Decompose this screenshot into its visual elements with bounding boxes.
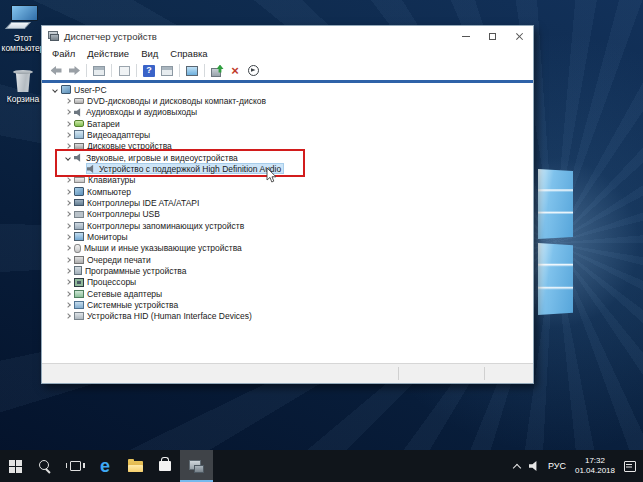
taskbar-file-explorer-button[interactable] (120, 450, 150, 482)
tree-item-label: Контроллеры USB (87, 209, 160, 219)
action-center-icon[interactable] (624, 461, 636, 472)
close-button[interactable] (506, 26, 533, 46)
tree-item[interactable]: Контроллеры запоминающих устройств (42, 220, 533, 231)
tree-item[interactable]: Процессоры (42, 277, 533, 288)
tree-item[interactable]: Компьютер (42, 186, 533, 197)
taskbar-task-view-button[interactable] (60, 450, 90, 482)
taskbar-device-manager-button[interactable] (180, 450, 213, 482)
chevron-right-icon[interactable] (63, 314, 73, 318)
tree-item[interactable]: User-PC (42, 84, 533, 95)
menu-item[interactable]: Файл (46, 48, 81, 59)
chevron-right-icon[interactable] (63, 190, 73, 194)
console-icon (93, 66, 105, 76)
taskbar-search-button[interactable] (30, 450, 60, 482)
tree-item[interactable]: Дисковые устройства (42, 141, 533, 152)
back-button[interactable] (48, 63, 64, 79)
tree-item[interactable]: Устройство с поддержкой High Definition … (42, 163, 533, 174)
tree-item-core: Процессоры (73, 277, 139, 288)
mouse-icon (74, 244, 81, 253)
store-icon (159, 461, 171, 471)
chevron-right-icon[interactable] (63, 292, 73, 296)
chevron-right-icon[interactable] (63, 212, 73, 216)
tree-item[interactable]: Системные устройства (42, 299, 533, 310)
network-adapter-icon (74, 290, 84, 298)
chevron-right-icon[interactable] (63, 99, 73, 103)
taskbar-edge-button[interactable]: e (90, 450, 120, 482)
chevron-right-icon[interactable] (63, 178, 73, 182)
help-button[interactable]: ? (141, 63, 157, 79)
console-button[interactable] (91, 63, 107, 79)
menu-item[interactable]: Справка (164, 48, 213, 59)
tree-item[interactable]: Мониторы (42, 231, 533, 242)
desktop-icon-recycle-bin[interactable]: Корзина (0, 69, 46, 105)
tree-item[interactable]: DVD-дисководы и дисководы компакт-дисков (42, 95, 533, 106)
chevron-right-icon[interactable] (63, 280, 73, 284)
toolbar-separator (111, 64, 112, 77)
disk-drive-icon (74, 143, 84, 150)
properties-button[interactable] (159, 63, 175, 79)
tree-item[interactable]: Очереди печати (42, 254, 533, 265)
chevron-right-icon[interactable] (63, 258, 73, 262)
computer-view-button[interactable] (184, 63, 200, 79)
tree-item[interactable]: Мыши и иные указывающие устройства (42, 243, 533, 254)
tray-expand-icon[interactable] (513, 463, 521, 471)
menu-item[interactable]: Действие (81, 48, 135, 59)
tree-item-core: Мониторы (73, 231, 131, 242)
chevron-down-icon[interactable] (63, 156, 73, 160)
language-indicator[interactable]: РУС (548, 461, 566, 471)
menu-item[interactable]: Вид (135, 48, 164, 59)
toolbar-separator (204, 64, 205, 77)
tree-item[interactable]: Аудиовходы и аудиовыходы (42, 107, 533, 118)
title-bar[interactable]: Диспетчер устройств (42, 26, 533, 46)
taskbar-buttons: e (0, 450, 213, 482)
chevron-right-icon[interactable] (63, 269, 73, 273)
tree-item-label: Устройства HID (Human Interface Devices) (87, 311, 252, 321)
tree-item[interactable]: Программные устройства (42, 265, 533, 276)
chevron-right-icon[interactable] (63, 122, 73, 126)
tree-item-label: Батареи (87, 119, 120, 129)
export-list-button[interactable] (116, 63, 132, 79)
uninstall-device-button[interactable]: × (227, 63, 243, 79)
tree-item[interactable]: Контроллеры USB (42, 209, 533, 220)
tree-item[interactable]: Звуковые, игровые и видеоустройства (42, 152, 533, 163)
device-manager-icon (189, 460, 204, 473)
taskbar-store-button[interactable] (150, 450, 180, 482)
tree-item[interactable]: Видеоадаптеры (42, 129, 533, 140)
tree-item[interactable]: Батареи (42, 118, 533, 129)
chevron-right-icon[interactable] (63, 303, 73, 307)
device-tree: User-PCDVD-дисководы и дисководы компакт… (42, 84, 533, 322)
chevron-right-icon[interactable] (63, 144, 73, 148)
tree-item-core: Контроллеры USB (73, 209, 163, 220)
chevron-right-icon[interactable] (63, 246, 73, 250)
monitor-icon (74, 232, 84, 241)
recycle-bin-icon (13, 69, 33, 93)
taskbar-start-button[interactable] (0, 450, 30, 482)
tree-item[interactable]: Клавиатуры (42, 175, 533, 186)
clock[interactable]: 17:32 01.04.2018 (575, 456, 615, 477)
audio-icon (74, 108, 83, 117)
chevron-right-icon[interactable] (63, 133, 73, 137)
chevron-right-icon[interactable] (63, 235, 73, 239)
update-driver-button[interactable] (209, 63, 225, 79)
tree-item-label: Видеоадаптеры (87, 130, 150, 140)
tree-item-label: Программные устройства (85, 266, 187, 276)
tree-item-label: Системные устройства (87, 300, 178, 310)
tree-item-label: DVD-дисководы и дисководы компакт-дисков (87, 96, 266, 106)
ide-controller-icon (74, 199, 84, 206)
chevron-right-icon[interactable] (63, 110, 73, 114)
chevron-down-icon[interactable] (50, 88, 60, 92)
uninstall-device-icon: × (231, 64, 239, 77)
tree-item[interactable]: Контроллеры IDE ATA/ATAPI (42, 197, 533, 208)
forward-button[interactable] (66, 63, 82, 79)
toolbar-separator (136, 64, 137, 77)
tree-item[interactable]: Сетевые адаптеры (42, 288, 533, 299)
chevron-right-icon[interactable] (63, 224, 73, 228)
tree-item[interactable]: Устройства HID (Human Interface Devices) (42, 311, 533, 322)
volume-icon[interactable] (529, 461, 539, 471)
desktop-icon-this-pc[interactable]: Этот компьютер (0, 5, 46, 54)
maximize-button[interactable] (479, 26, 506, 46)
minimize-button[interactable] (452, 26, 479, 46)
chevron-right-icon[interactable] (63, 201, 73, 205)
scan-hardware-button[interactable] (245, 63, 261, 79)
tree-item-core: Батареи (73, 118, 123, 129)
